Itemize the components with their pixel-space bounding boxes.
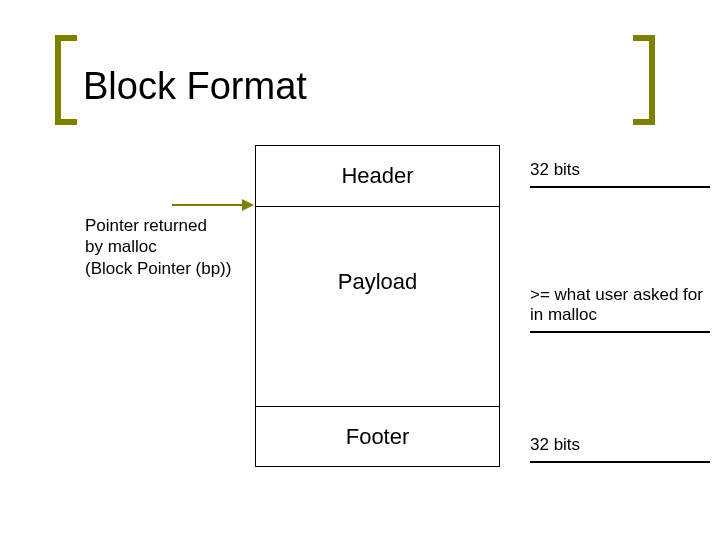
left-bracket-icon <box>55 35 77 125</box>
pointer-caption-line3: (Block Pointer (bp)) <box>85 259 231 278</box>
payload-note-text: >= what user asked for in malloc <box>530 285 703 324</box>
header-annotation: 32 bits <box>530 160 712 188</box>
pointer-arrow-icon <box>172 204 252 206</box>
block-diagram: Header Payload Footer <box>255 145 500 467</box>
block-footer: Footer <box>256 406 499 466</box>
pointer-caption: Pointer returned by malloc (Block Pointe… <box>85 215 231 279</box>
right-bracket-icon <box>633 35 655 125</box>
pointer-caption-line2: by malloc <box>85 237 157 256</box>
block-payload: Payload <box>256 206 499 406</box>
divider-icon <box>530 186 710 188</box>
divider-icon <box>530 461 710 463</box>
divider-icon <box>530 331 710 333</box>
pointer-caption-line1: Pointer returned <box>85 216 207 235</box>
footer-size-text: 32 bits <box>530 435 580 454</box>
title-bracket-frame: Block Format <box>55 35 655 125</box>
payload-annotation: >= what user asked for in malloc <box>530 285 712 333</box>
slide-title: Block Format <box>83 65 307 108</box>
header-size-text: 32 bits <box>530 160 580 179</box>
footer-annotation: 32 bits <box>530 435 712 463</box>
block-header: Header <box>256 146 499 206</box>
